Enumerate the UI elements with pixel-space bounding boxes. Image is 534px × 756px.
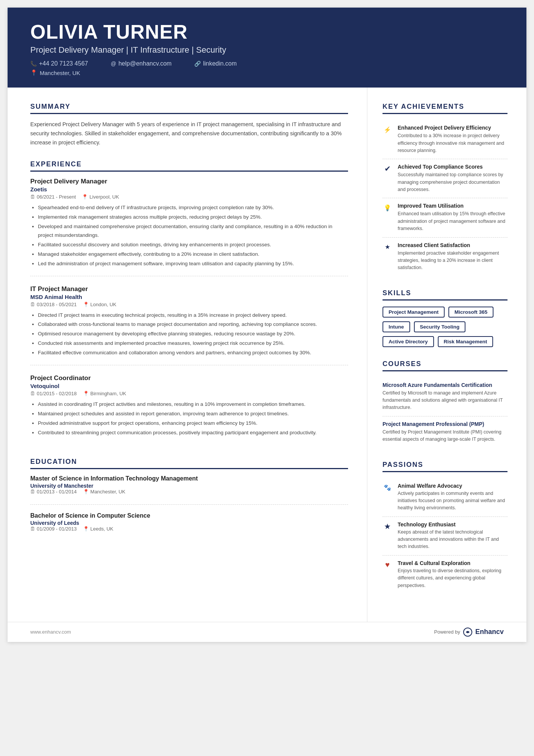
passion-desc-2: Keeps abreast of the latest technologica… <box>398 529 507 551</box>
achievement-title-2: Achieved Top Compliance Scores <box>398 164 507 170</box>
achievement-desc-1: Contributed to a 30% increase in project… <box>398 132 507 154</box>
skill-2: Microsoft 365 <box>448 307 493 318</box>
school-1: University of Manchester <box>30 483 348 489</box>
bullet-1-5: Managed stakeholder engagement effective… <box>38 250 348 259</box>
passion-title-2: Technology Enthusiast <box>398 521 507 527</box>
passion-content-2: Technology Enthusiast Keeps abreast of t… <box>398 521 507 551</box>
linkedin-url: linkedin.com <box>203 60 237 67</box>
achievement-icon-4: ★ <box>383 242 392 252</box>
location-icon-1: 📍 <box>82 194 88 200</box>
passions-section: PASSIONS 🐾 Animal Welfare Advocacy Activ… <box>383 461 507 594</box>
job-location-1: 📍 Liverpool, UK <box>82 194 119 200</box>
bullet-3-4: Contributed to streamlining project comm… <box>38 429 348 437</box>
resume-footer: www.enhancv.com Powered by Enhancv <box>8 622 526 642</box>
bullet-1-3: Developed and maintained comprehensive p… <box>38 222 348 240</box>
candidate-name: OLIVIA TURNER <box>30 21 504 43</box>
passion-item-1: 🐾 Animal Welfare Advocacy Actively parti… <box>383 478 507 517</box>
email-icon: @ <box>111 61 116 67</box>
phone-number: +44 20 7123 4567 <box>39 60 88 67</box>
job-bullets-2: Directed IT project teams in executing t… <box>30 311 348 358</box>
job-bullets-3: Assisted in coordinating IT project acti… <box>30 400 348 437</box>
achievement-item-4: ★ Increased Client Satisfaction Implemen… <box>383 238 507 276</box>
edu-block-1: Master of Science in Information Technol… <box>30 475 348 505</box>
achievement-content-3: Improved Team Utilisation Enhanced team … <box>398 203 507 232</box>
education-section: EDUCATION Master of Science in Informati… <box>30 458 348 542</box>
experience-title: EXPERIENCE <box>30 160 348 172</box>
summary-text: Experienced Project Delivery Manager wit… <box>30 120 348 147</box>
course-title-1: Microsoft Azure Fundamentals Certificati… <box>383 382 507 388</box>
passion-icon-1: 🐾 <box>383 483 392 493</box>
job-meta-1: 🗓 06/2021 - Present 📍 Liverpool, UK <box>30 194 348 200</box>
powered-by-text: Powered by <box>434 629 460 635</box>
edu-meta-1: 🗓 01/2013 - 01/2014 📍 Manchester, UK <box>30 489 348 495</box>
course-block-1: Microsoft Azure Fundamentals Certificati… <box>383 377 507 416</box>
courses-section: COURSES Microsoft Azure Fundamentals Cer… <box>383 360 507 448</box>
skill-6: Risk Management <box>438 336 493 347</box>
passion-icon-2: ★ <box>383 521 392 531</box>
job-title-1: Project Delivery Manager <box>30 178 348 185</box>
bullet-2-5: Facilitated effective communication and … <box>38 349 348 357</box>
calendar-icon-2: 🗓 <box>30 302 35 307</box>
achievements-title: KEY ACHIEVEMENTS <box>383 103 507 114</box>
experience-section: EXPERIENCE Project Delivery Manager Zoet… <box>30 160 348 445</box>
edu-period-1: 🗓 01/2013 - 01/2014 <box>30 489 77 495</box>
phone-icon: 📞 <box>30 61 37 67</box>
degree-1: Master of Science in Information Technol… <box>30 475 348 482</box>
passion-content-1: Animal Welfare Advocacy Actively partici… <box>398 483 507 512</box>
skill-1: Project Management <box>383 307 445 318</box>
achievement-item-2: ✔ Achieved Top Compliance Scores Success… <box>383 159 507 198</box>
job-location-3: 📍 Birmingham, UK <box>83 391 126 396</box>
achievement-desc-3: Enhanced team utilisation by 15% through… <box>398 210 507 232</box>
edu-period-2: 🗓 01/2009 - 01/2013 <box>30 526 77 532</box>
achievement-content-4: Increased Client Satisfaction Implemente… <box>398 242 507 272</box>
edu-meta-2: 🗓 01/2009 - 01/2013 📍 Leeds, UK <box>30 526 348 532</box>
achievement-desc-2: Successfully maintained top compliance s… <box>398 171 507 193</box>
courses-title: COURSES <box>383 360 507 371</box>
summary-title: SUMMARY <box>30 103 348 114</box>
passions-title: PASSIONS <box>383 461 507 472</box>
contact-info: 📞 +44 20 7123 4567 @ help@enhancv.com 🔗 … <box>30 60 504 67</box>
passion-content-3: Travel & Cultural Exploration Enjoys tra… <box>398 560 507 589</box>
passion-icon-3: ♥ <box>383 560 392 570</box>
company-name-3: Vetoquinol <box>30 383 348 389</box>
achievement-title-3: Improved Team Utilisation <box>398 203 507 209</box>
achievement-content-2: Achieved Top Compliance Scores Successfu… <box>398 164 507 193</box>
linkedin-icon: 🔗 <box>194 61 201 67</box>
job-meta-3: 🗓 01/2015 - 02/2018 📍 Birmingham, UK <box>30 391 348 396</box>
edu-location-2: 📍 Leeds, UK <box>83 526 114 532</box>
course-block-2: Project Management Professional (PMP) Ce… <box>383 416 507 448</box>
passion-item-3: ♥ Travel & Cultural Exploration Enjoys t… <box>383 556 507 594</box>
job-block-3: Project Coordinator Vetoquinol 🗓 01/2015… <box>30 374 348 445</box>
email-address: help@enhancv.com <box>119 60 172 67</box>
degree-2: Bachelor of Science in Computer Science <box>30 512 348 519</box>
resume-body: SUMMARY Experienced Project Delivery Man… <box>8 88 526 622</box>
job-block-1: Project Delivery Manager Zoetis 🗓 06/202… <box>30 178 348 276</box>
skills-grid: Project Management Microsoft 365 Intune … <box>383 307 507 347</box>
footer-brand: Powered by Enhancv <box>434 628 504 637</box>
education-title: EDUCATION <box>30 458 348 469</box>
achievement-icon-3: 💡 <box>383 203 392 213</box>
email-contact: @ help@enhancv.com <box>111 60 172 67</box>
achievement-content-1: Enhanced Project Delivery Efficiency Con… <box>398 125 507 154</box>
bullet-3-1: Assisted in coordinating IT project acti… <box>38 400 348 409</box>
achievement-icon-2: ✔ <box>383 164 392 174</box>
bullet-1-1: Spearheaded end-to-end delivery of IT in… <box>38 203 348 212</box>
brand-name: Enhancv <box>475 628 504 636</box>
job-period-1: 🗓 06/2021 - Present <box>30 194 76 200</box>
bullet-1-4: Facilitated successful discovery and sol… <box>38 241 348 249</box>
linkedin-contact: 🔗 linkedin.com <box>194 60 237 67</box>
left-column: SUMMARY Experienced Project Delivery Man… <box>8 88 367 622</box>
skills-section: SKILLS Project Management Microsoft 365 … <box>383 289 507 347</box>
edu-location-1: 📍 Manchester, UK <box>83 489 126 495</box>
course-title-2: Project Management Professional (PMP) <box>383 421 507 427</box>
job-period-2: 🗓 03/2018 - 05/2021 <box>30 302 77 307</box>
bullet-1-2: Implemented risk management strategies a… <box>38 213 348 222</box>
job-location-2: 📍 London, UK <box>83 302 117 307</box>
skill-5: Active Directory <box>383 336 434 347</box>
edu-calendar-icon-1: 🗓 <box>30 489 35 495</box>
location-icon: 📍 <box>30 69 37 76</box>
edu-loc-icon-2: 📍 <box>83 526 89 532</box>
edu-block-2: Bachelor of Science in Computer Science … <box>30 512 348 542</box>
bullet-1-6: Led the administration of project manage… <box>38 260 348 268</box>
job-meta-2: 🗓 03/2018 - 05/2021 📍 London, UK <box>30 302 348 307</box>
